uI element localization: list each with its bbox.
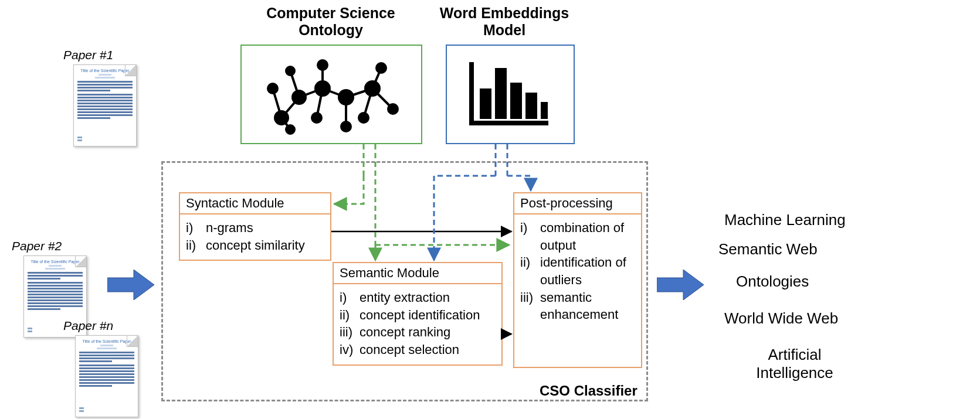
svg-point-25 — [377, 63, 386, 73]
we-label: Word EmbeddingsModel — [428, 5, 581, 39]
output-arrow — [657, 270, 704, 300]
paper-label-n: Paper #n — [63, 319, 113, 333]
semantic-module: Semantic Module i)entity extraction ii)c… — [333, 262, 503, 366]
syntactic-title: Syntactic Module — [180, 193, 330, 214]
svg-marker-34 — [107, 270, 154, 300]
svg-point-17 — [293, 91, 306, 104]
svg-point-24 — [365, 81, 379, 96]
output-topic: Machine Learning — [724, 211, 846, 229]
classifier-label: CSO Classifier — [540, 383, 637, 399]
ontology-graph-icon — [258, 53, 405, 135]
semantic-steps: i)entity extraction ii)concept identific… — [340, 289, 496, 359]
svg-rect-27 — [469, 62, 474, 124]
input-arrow — [107, 270, 154, 300]
bar-chart-icon — [463, 56, 557, 132]
output-topic: World Wide Web — [724, 309, 838, 328]
output-topic: Semantic Web — [718, 240, 818, 258]
svg-point-15 — [286, 125, 294, 134]
svg-point-22 — [341, 122, 351, 131]
svg-point-13 — [268, 84, 277, 93]
svg-point-18 — [312, 113, 321, 122]
svg-rect-32 — [525, 93, 537, 119]
svg-marker-35 — [657, 270, 704, 300]
svg-point-16 — [286, 67, 294, 75]
post-steps: i)combination of output ii)identificatio… — [520, 219, 635, 323]
svg-rect-29 — [480, 88, 491, 119]
post-title: Post-processing — [514, 193, 641, 214]
svg-point-20 — [318, 60, 327, 70]
paper-label-1: Paper #1 — [63, 48, 113, 62]
post-processing-module: Post-processing i)combination of output … — [513, 192, 642, 368]
svg-point-21 — [339, 90, 353, 104]
syntactic-module: Syntactic Module i)n-grams ii)concept si… — [179, 192, 331, 261]
we-box — [446, 45, 575, 144]
output-topic: Ontologies — [736, 272, 809, 291]
cso-box — [240, 45, 422, 144]
svg-point-26 — [388, 104, 398, 114]
syntactic-steps: i)n-grams ii)concept similarity — [186, 219, 324, 254]
svg-rect-30 — [495, 68, 507, 119]
semantic-title: Semantic Module — [334, 263, 501, 284]
paper-label-2: Paper #2 — [12, 239, 62, 253]
output-topic: Artificial Intelligence — [742, 346, 847, 382]
svg-point-19 — [316, 81, 330, 96]
paper-n-icon: Title of the Scientific Paper — [75, 335, 138, 417]
svg-rect-28 — [469, 121, 548, 125]
svg-rect-33 — [541, 102, 548, 119]
cso-label: Computer ScienceOntology — [255, 5, 407, 39]
svg-point-23 — [359, 113, 368, 122]
svg-rect-31 — [510, 83, 522, 119]
svg-point-14 — [275, 111, 288, 124]
paper-1-icon: Title of the Scientific Paper — [73, 64, 137, 147]
